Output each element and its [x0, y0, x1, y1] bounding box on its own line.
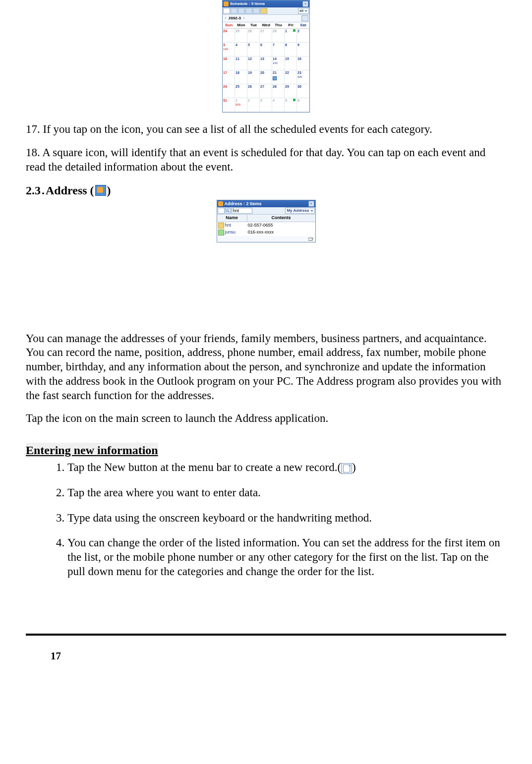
- calendar-cell[interactable]: 23SAI: [297, 70, 309, 84]
- calendar-cell[interactable]: 7: [272, 43, 285, 57]
- calendar-cell[interactable]: 29: [285, 84, 297, 98]
- calendar-cell[interactable]: 5: [285, 98, 297, 112]
- calendar-cell[interactable]: 1: [285, 29, 297, 43]
- calendar-cell[interactable]: 21: [272, 70, 285, 84]
- content: Schedule : 5 items × all: [26, 0, 506, 662]
- address-table-header: Name Contents: [217, 215, 315, 222]
- chevron-down-icon: [304, 10, 307, 12]
- section-number: 2.3: [26, 183, 41, 198]
- calendar-cell[interactable]: 9: [297, 43, 309, 57]
- new-icon[interactable]: [223, 8, 230, 14]
- schedule-figure: Schedule : 5 items × all: [26, 0, 506, 118]
- entering-new-info-heading: Entering new information: [26, 443, 158, 458]
- calendar-cell[interactable]: 8: [285, 43, 297, 57]
- contact-contents: 02-557-0655: [248, 223, 273, 228]
- calendar-cell[interactable]: 26: [247, 84, 260, 98]
- keyboard-icon[interactable]: [308, 236, 313, 241]
- calendar-cell[interactable]: 27: [260, 84, 272, 98]
- instruction-17: 17. If you tap on the icon, you can see …: [26, 122, 506, 137]
- calendar-cell[interactable]: 31: [223, 98, 235, 112]
- prev-month-button[interactable]: ‹: [223, 15, 229, 21]
- step-3: Type data using the onscreen keyboard or…: [67, 511, 506, 526]
- step-2: Tap the area where you want to enter dat…: [67, 486, 506, 500]
- address-launch-instruction: Tap the icon on the main screen to launc…: [26, 411, 506, 426]
- calendar-cell[interactable]: 10: [223, 57, 235, 70]
- search-input[interactable]: hnt: [232, 208, 252, 214]
- address-row[interactable]: hnt02-557-0655: [217, 222, 315, 229]
- calendar-cell[interactable]: 27: [260, 29, 272, 43]
- schedule-titlebar: Schedule : 5 items ×: [223, 0, 309, 7]
- calendar-cell[interactable]: 26: [247, 29, 260, 43]
- calendar-cell[interactable]: 19: [247, 70, 260, 84]
- calendar-cell[interactable]: 11: [235, 57, 247, 70]
- instruction-18: 18. A square icon, will identify that an…: [26, 146, 506, 175]
- calendar-cell[interactable]: 2: [297, 29, 309, 43]
- col-contents-header: Contents: [247, 215, 315, 221]
- category-select[interactable]: all: [298, 8, 309, 14]
- toolbar-btn-1[interactable]: [231, 8, 237, 14]
- calendar-cell[interactable]: 28: [272, 84, 285, 98]
- close-icon[interactable]: ×: [302, 1, 308, 7]
- calendar-cell[interactable]: 3: [260, 98, 272, 112]
- calendar-cell[interactable]: 16: [297, 57, 309, 70]
- footer: 17: [26, 634, 506, 662]
- calendar-cell[interactable]: 25: [235, 84, 247, 98]
- next-month-button[interactable]: ›: [241, 15, 247, 21]
- calendar-cell[interactable]: 24: [223, 84, 235, 98]
- calendar-cell[interactable]: 28: [272, 29, 285, 43]
- toolbar-btn-5[interactable]: [260, 8, 267, 14]
- schedule-toolbar: all: [223, 7, 309, 15]
- schedule-app-icon: [224, 1, 229, 6]
- calendar-cell[interactable]: 5: [247, 43, 260, 57]
- current-month: 2002-3: [229, 16, 241, 21]
- dow-cell: Sat: [297, 22, 309, 28]
- calendar-cell[interactable]: 14131: [272, 57, 285, 70]
- spacer: [26, 247, 506, 327]
- address-row[interactable]: junsu016-xxx-xxxx: [217, 229, 315, 236]
- calendar-cell[interactable]: 22: [285, 70, 297, 84]
- calendar-cell[interactable]: 3190: [223, 43, 235, 57]
- date-navigation: ‹ 2002-3 ›: [223, 15, 309, 22]
- close-icon[interactable]: ×: [308, 201, 314, 207]
- calendar-cell[interactable]: 15: [285, 57, 297, 70]
- new-icon[interactable]: [218, 208, 225, 214]
- calendar-cell[interactable]: 20: [260, 70, 272, 84]
- footer-rule: [26, 634, 506, 636]
- page-number: 17: [51, 649, 506, 662]
- calendar-cell[interactable]: 6: [297, 98, 309, 112]
- calendar-cell[interactable]: 6: [260, 43, 272, 57]
- dow-cell: Thu: [272, 22, 285, 28]
- schedule-title: Schedule : 5 items: [230, 1, 302, 6]
- event-block-icon: [273, 76, 277, 80]
- search-icon[interactable]: [225, 208, 231, 214]
- toolbar-btn-3[interactable]: [245, 8, 252, 14]
- address-group-value: My Address: [287, 208, 309, 213]
- contact-contents: 016-xxx-xxxx: [248, 230, 274, 235]
- step-1-text: Tap the New button at the menu bar to cr…: [67, 461, 341, 473]
- calendar-cell[interactable]: 24: [223, 29, 235, 43]
- address-group-select[interactable]: My Address: [285, 208, 314, 214]
- calendar-cell[interactable]: 4: [235, 43, 247, 57]
- calendar-cell[interactable]: 12: [247, 57, 260, 70]
- address-widget: Address : 2 Items × hnt My Address: [217, 200, 316, 242]
- calendar-cell[interactable]: 30: [297, 84, 309, 98]
- steps-list: Tap the New button at the menu bar to cr…: [26, 461, 506, 579]
- step-1: Tap the New button at the menu bar to cr…: [67, 461, 506, 475]
- calendar-cell[interactable]: 13: [260, 57, 272, 70]
- svg-rect-2: [308, 238, 312, 240]
- event-dot-icon: [293, 29, 296, 32]
- calendar-cell[interactable]: 17: [223, 70, 235, 84]
- contact-type-icon: [218, 230, 224, 235]
- address-rows: hnt02-557-0655junsu016-xxx-xxxx: [217, 222, 315, 236]
- calendar-cell[interactable]: 18: [235, 70, 247, 84]
- col-name-header: Name: [217, 215, 247, 221]
- schedule-widget: Schedule : 5 items × all: [222, 0, 310, 113]
- toolbar-btn-2[interactable]: [238, 8, 245, 14]
- calendar-cell[interactable]: 25: [235, 29, 247, 43]
- toolbar-btn-4[interactable]: [253, 8, 260, 14]
- view-toggle[interactable]: [301, 15, 308, 21]
- calendar-cell[interactable]: 4: [272, 98, 285, 112]
- calendar-cell[interactable]: 2: [247, 98, 260, 112]
- contact-type-icon: [218, 223, 224, 229]
- calendar-cell[interactable]: 1500: [235, 98, 247, 112]
